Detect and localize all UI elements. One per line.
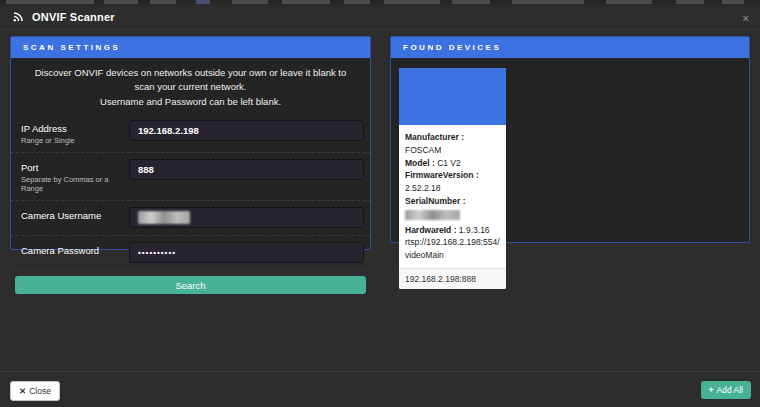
- device-hardware-line: HardwareId : 1.9.3.16: [405, 224, 500, 237]
- modal-close-icon[interactable]: ×: [743, 11, 749, 25]
- camera-username-redacted-value: [138, 211, 190, 224]
- port-input[interactable]: [129, 159, 364, 180]
- camera-password-input[interactable]: [129, 242, 364, 263]
- navbar-remnant-block: [196, 0, 210, 4]
- camera-username-input[interactable]: [129, 207, 364, 228]
- search-button[interactable]: Search: [15, 276, 366, 294]
- device-rtsp-url: rtsp://192.168.2.198:554/videoMain: [405, 236, 500, 261]
- port-label: Port: [21, 162, 129, 173]
- navbar-remnant-block: [452, 0, 490, 4]
- device-firmware-value: 2.52.2.18: [405, 183, 440, 193]
- device-firmware-label: FirmwareVersion: [405, 170, 474, 180]
- device-manufacturer-value: FOSCAM: [405, 145, 441, 155]
- device-model-label: Model: [405, 158, 430, 168]
- modal-header: ONVIF Scanner ×: [0, 5, 760, 30]
- separator: :: [459, 132, 464, 142]
- device-manufacturer-label: Manufacturer: [405, 132, 459, 142]
- navbar-remnant-block: [150, 0, 176, 4]
- scan-description: Discover ONVIF devices on networks outsi…: [11, 58, 370, 114]
- device-thumbnail-placeholder: [399, 68, 506, 125]
- close-button-label: Close: [29, 386, 51, 396]
- device-serial-line: SerialNumber :: [405, 195, 500, 208]
- ip-address-sublabel: Range or Single: [21, 136, 129, 145]
- separator: :: [430, 158, 438, 168]
- ip-address-label-col: IP Address Range or Single: [17, 120, 129, 145]
- navbar-remnant-block: [104, 0, 138, 4]
- scan-settings-panel: SCAN SETTINGS Discover ONVIF devices on …: [10, 36, 371, 250]
- device-card[interactable]: Manufacturer : FOSCAM Model : C1 V2 Firm…: [399, 68, 506, 289]
- add-all-button-label: Add All: [717, 385, 743, 395]
- modal-footer: ✕Close +Add All: [0, 371, 760, 407]
- device-serial-label: SerialNumber: [405, 196, 460, 206]
- close-button[interactable]: ✕Close: [10, 381, 60, 401]
- add-all-button[interactable]: +Add All: [701, 381, 751, 399]
- device-manufacturer-line: Manufacturer : FOSCAM: [405, 131, 500, 157]
- scan-description-line1: Discover ONVIF devices on networks outsi…: [25, 66, 356, 95]
- navbar-remnant-block: [384, 0, 440, 4]
- device-address: 192.168.2.198:888: [399, 268, 506, 289]
- port-sublabel: Separate by Commas or a Range: [21, 175, 129, 193]
- camera-password-row: Camera Password: [11, 236, 370, 271]
- found-devices-body: Manufacturer : FOSCAM Model : C1 V2 Firm…: [391, 58, 749, 242]
- camera-username-label-col: Camera Username: [17, 207, 129, 221]
- plus-icon: +: [709, 385, 714, 395]
- separator: :: [474, 170, 479, 180]
- scan-settings-header: SCAN SETTINGS: [11, 37, 370, 58]
- device-hardware-label: HardwareId: [405, 225, 451, 235]
- navbar-remnant-block: [606, 0, 652, 4]
- camera-username-label: Camera Username: [21, 210, 129, 221]
- ip-address-label: IP Address: [21, 123, 129, 134]
- navbar-remnant-block: [722, 0, 744, 4]
- separator: :: [460, 196, 465, 206]
- device-firmware-line: FirmwareVersion : 2.52.2.18: [405, 169, 500, 195]
- device-info: Manufacturer : FOSCAM Model : C1 V2 Firm…: [399, 125, 506, 268]
- search-row: Search: [11, 271, 370, 301]
- camera-username-row: Camera Username: [11, 201, 370, 236]
- separator: :: [451, 225, 459, 235]
- found-devices-header: FOUND DEVICES: [391, 37, 749, 58]
- rss-icon: [12, 11, 24, 23]
- device-hardware-value: 1.9.3.16: [459, 225, 490, 235]
- scan-description-line2: Username and Password can be left blank.: [25, 95, 356, 109]
- ip-address-input[interactable]: [129, 120, 364, 141]
- navbar-remnant-block: [282, 0, 330, 4]
- modal-title: ONVIF Scanner: [32, 11, 115, 23]
- onvif-scanner-screen: ONVIF Scanner × SCAN SETTINGS Discover O…: [0, 0, 760, 407]
- navbar-remnant-block: [344, 0, 370, 4]
- ip-address-row: IP Address Range or Single: [11, 114, 370, 153]
- navbar-remnant-block: [6, 0, 94, 4]
- camera-password-label: Camera Password: [21, 245, 129, 256]
- navbar-remnant-block: [676, 0, 704, 4]
- device-model-value: C1 V2: [437, 158, 461, 168]
- camera-password-label-col: Camera Password: [17, 242, 129, 256]
- device-model-line: Model : C1 V2: [405, 157, 500, 170]
- found-devices-panel: FOUND DEVICES Manufacturer : FOSCAM Mode…: [390, 36, 750, 243]
- port-label-col: Port Separate by Commas or a Range: [17, 159, 129, 193]
- close-x-icon: ✕: [19, 386, 26, 396]
- port-row: Port Separate by Commas or a Range: [11, 153, 370, 201]
- device-serial-redacted-value: [405, 210, 460, 220]
- navbar-remnant-block: [232, 0, 268, 4]
- navbar-remnant-block: [512, 0, 584, 4]
